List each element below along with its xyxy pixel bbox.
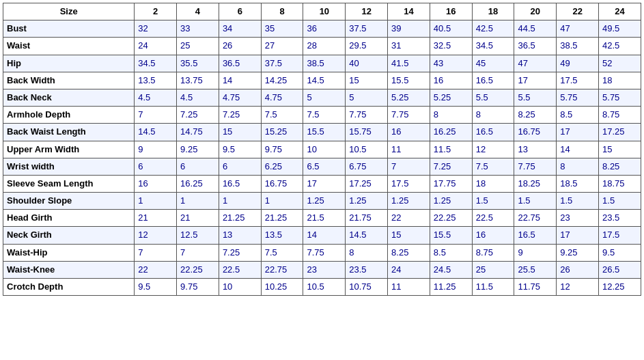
cell-value: 10.75 bbox=[346, 279, 388, 296]
cell-value: 21 bbox=[135, 210, 177, 227]
table-row: Head Girth212121.2521.2521.521.752222.25… bbox=[3, 210, 641, 227]
cell-value: 11.5 bbox=[472, 279, 514, 296]
cell-value: 21 bbox=[177, 210, 219, 227]
cell-value: 16.5 bbox=[472, 72, 514, 89]
cell-value: 35 bbox=[261, 20, 303, 38]
cell-value: 14.5 bbox=[346, 227, 388, 244]
cell-value: 52 bbox=[599, 55, 641, 72]
cell-value: 4.75 bbox=[219, 89, 261, 106]
cell-value: 25 bbox=[177, 38, 219, 55]
cell-value: 17 bbox=[514, 72, 557, 89]
col-header-20: 20 bbox=[514, 3, 557, 20]
row-label-sleeve-seam-length: Sleeve Seam Length bbox=[3, 175, 135, 192]
cell-value: 13.75 bbox=[177, 72, 219, 89]
col-header-4: 4 bbox=[177, 3, 219, 20]
cell-value: 22.75 bbox=[514, 210, 557, 227]
cell-value: 9 bbox=[514, 244, 557, 261]
col-header-14: 14 bbox=[388, 3, 430, 20]
cell-value: 15.5 bbox=[303, 124, 346, 141]
cell-value: 18 bbox=[472, 175, 514, 192]
cell-value: 21.25 bbox=[219, 210, 261, 227]
cell-value: 14.5 bbox=[135, 124, 177, 141]
cell-value: 15.5 bbox=[430, 227, 472, 244]
cell-value: 23.5 bbox=[346, 261, 388, 278]
cell-value: 16.75 bbox=[514, 124, 557, 141]
cell-value: 7.75 bbox=[303, 244, 346, 261]
cell-value: 7.75 bbox=[388, 107, 430, 124]
cell-value: 22 bbox=[135, 261, 177, 278]
cell-value: 9.25 bbox=[557, 244, 599, 261]
cell-value: 17.5 bbox=[557, 72, 599, 89]
table-row: Back Neck4.54.54.754.75555.255.255.55.55… bbox=[3, 89, 641, 106]
col-header-10: 10 bbox=[303, 3, 346, 20]
cell-value: 1.5 bbox=[557, 193, 599, 210]
cell-value: 5.5 bbox=[472, 89, 514, 106]
cell-value: 32.5 bbox=[430, 38, 472, 55]
cell-value: 47 bbox=[557, 20, 599, 38]
cell-value: 18.75 bbox=[599, 175, 641, 192]
cell-value: 16.25 bbox=[177, 175, 219, 192]
cell-value: 1.25 bbox=[346, 193, 388, 210]
cell-value: 7 bbox=[388, 158, 430, 175]
cell-value: 8.75 bbox=[599, 107, 641, 124]
cell-value: 38.5 bbox=[557, 38, 599, 55]
col-header-8: 8 bbox=[261, 3, 303, 20]
cell-value: 5.25 bbox=[388, 89, 430, 106]
cell-value: 7.5 bbox=[303, 107, 346, 124]
cell-value: 22.75 bbox=[261, 261, 303, 278]
row-label-waist-hip: Waist-Hip bbox=[3, 244, 135, 261]
cell-value: 11 bbox=[388, 279, 430, 296]
size-chart-table: Size24681012141618202224 Bust32333435363… bbox=[3, 3, 641, 296]
cell-value: 13 bbox=[219, 227, 261, 244]
cell-value: 12 bbox=[135, 227, 177, 244]
row-label-upper-arm-width: Upper Arm Width bbox=[3, 141, 135, 158]
cell-value: 7.25 bbox=[177, 107, 219, 124]
row-label-armhole-depth: Armhole Depth bbox=[3, 107, 135, 124]
table-row: Hip34.535.536.537.538.54041.54345474952 bbox=[3, 55, 641, 72]
cell-value: 14 bbox=[219, 72, 261, 89]
cell-value: 7 bbox=[135, 244, 177, 261]
cell-value: 40.5 bbox=[430, 20, 472, 38]
cell-value: 7 bbox=[135, 107, 177, 124]
cell-value: 17.25 bbox=[346, 175, 388, 192]
cell-value: 38.5 bbox=[303, 55, 346, 72]
cell-value: 8.5 bbox=[557, 107, 599, 124]
cell-value: 26 bbox=[557, 261, 599, 278]
cell-value: 17.25 bbox=[599, 124, 641, 141]
table-row: Back Waist Length14.514.751515.2515.515.… bbox=[3, 124, 641, 141]
cell-value: 15.5 bbox=[388, 72, 430, 89]
cell-value: 24 bbox=[388, 261, 430, 278]
cell-value: 8.25 bbox=[388, 244, 430, 261]
cell-value: 7.5 bbox=[261, 107, 303, 124]
row-label-crotch-depth: Crotch Depth bbox=[3, 279, 135, 296]
cell-value: 7.75 bbox=[346, 107, 388, 124]
cell-value: 8.5 bbox=[430, 244, 472, 261]
row-label-back-waist-length: Back Waist Length bbox=[3, 124, 135, 141]
cell-value: 9.5 bbox=[135, 279, 177, 296]
row-label-waist: Waist bbox=[3, 38, 135, 55]
cell-value: 12.5 bbox=[177, 227, 219, 244]
cell-value: 34.5 bbox=[135, 55, 177, 72]
cell-value: 5 bbox=[346, 89, 388, 106]
cell-value: 5.75 bbox=[599, 89, 641, 106]
cell-value: 22.5 bbox=[472, 210, 514, 227]
cell-value: 16.75 bbox=[261, 175, 303, 192]
cell-value: 16 bbox=[472, 227, 514, 244]
col-header-16: 16 bbox=[430, 3, 472, 20]
cell-value: 7 bbox=[177, 244, 219, 261]
cell-value: 24 bbox=[135, 38, 177, 55]
cell-value: 10 bbox=[303, 141, 346, 158]
table-row: Neck Girth1212.51313.51414.51515.51616.5… bbox=[3, 227, 641, 244]
cell-value: 16.5 bbox=[514, 227, 557, 244]
cell-value: 42.5 bbox=[599, 38, 641, 55]
cell-value: 9.5 bbox=[599, 244, 641, 261]
cell-value: 6.75 bbox=[346, 158, 388, 175]
cell-value: 9.25 bbox=[177, 141, 219, 158]
cell-value: 6 bbox=[219, 158, 261, 175]
table-row: Back Width13.513.751414.2514.51515.51616… bbox=[3, 72, 641, 89]
cell-value: 28 bbox=[303, 38, 346, 55]
cell-value: 6.5 bbox=[303, 158, 346, 175]
cell-value: 6 bbox=[177, 158, 219, 175]
cell-value: 34 bbox=[219, 20, 261, 38]
row-label-back-width: Back Width bbox=[3, 72, 135, 89]
